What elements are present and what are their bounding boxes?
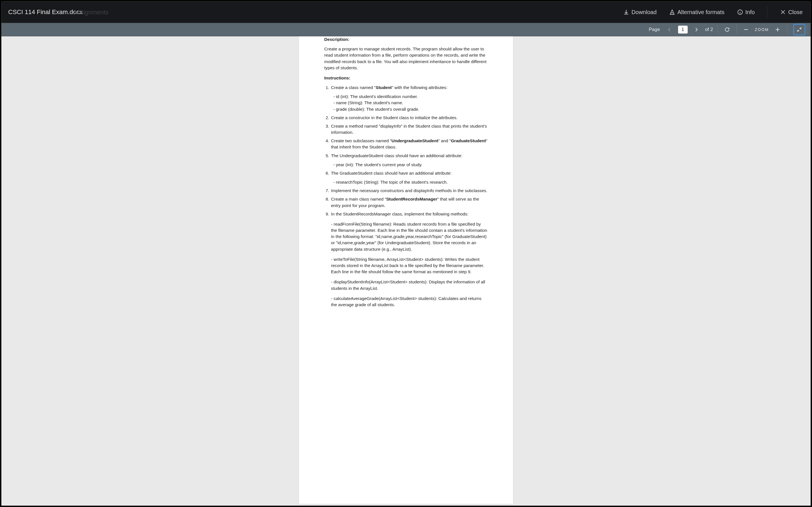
- close-button[interactable]: Close: [780, 9, 803, 15]
- alternative-formats-label: Alternative formats: [677, 9, 725, 15]
- instruction-item: Create two subclasses named "Undergradua…: [331, 138, 488, 150]
- sub-item: - grade (double): The student's overall …: [333, 106, 488, 112]
- instruction-item: Create a method named "displayInfo" in t…: [331, 123, 488, 135]
- sub-list: - researchTopic (String): The topic of t…: [333, 179, 488, 185]
- toolbar-controls: Page of 2 ZOOM: [644, 23, 807, 36]
- background-tab-label: Assignments: [73, 9, 109, 16]
- page-nav-group: Page of 2: [644, 23, 718, 36]
- exit-fullscreen-button[interactable]: [794, 24, 805, 35]
- description-heading: Description:: [324, 36, 488, 43]
- sub-list: - id (int): The student's identification…: [333, 94, 488, 112]
- method-item: - calculateAverageGrade(ArrayList<Studen…: [331, 295, 488, 308]
- text: " and ": [438, 138, 451, 143]
- text: Create a main class named ": [331, 196, 386, 202]
- next-page-button[interactable]: [692, 25, 701, 34]
- text: In the StudentRecordsManager class, impl…: [331, 212, 468, 216]
- zoom-out-button[interactable]: [741, 25, 751, 34]
- close-label: Close: [788, 9, 803, 15]
- rotate-button[interactable]: [722, 25, 732, 34]
- description-body: Create a program to manage student recor…: [324, 46, 488, 71]
- instruction-item: In the StudentRecordsManager class, impl…: [331, 211, 488, 308]
- text: The GraduateStudent class should have an…: [331, 171, 452, 175]
- document-stage[interactable]: Description: Create a program to manage …: [1, 36, 811, 506]
- info-label: Info: [746, 9, 755, 15]
- chevron-right-icon: [694, 27, 699, 33]
- alternative-formats-icon: [669, 9, 675, 15]
- fullscreen-group: [787, 23, 807, 36]
- text: Create a class named ": [331, 85, 375, 90]
- download-label: Download: [631, 9, 657, 15]
- method-item: - displayStudentInfo(ArrayList<Student> …: [331, 279, 488, 291]
- info-icon: [737, 9, 743, 15]
- rotate-group: [718, 23, 737, 36]
- instructions-list: Create a class named "Student" with the …: [324, 84, 488, 308]
- document-page: Description: Create a program to manage …: [299, 36, 513, 504]
- bold: StudentRecordsManager: [386, 196, 437, 202]
- instruction-item: Create a class named "Student" with the …: [331, 84, 488, 112]
- bold: GraduateStudent: [451, 138, 486, 143]
- toolbar-separator: [807, 25, 807, 34]
- zoom-in-button[interactable]: [773, 25, 782, 34]
- page-number-input[interactable]: [678, 25, 688, 34]
- topbar-actions: Download Alternative formats Info Close: [623, 6, 803, 18]
- plus-icon: [775, 27, 780, 33]
- instructions-heading: Instructions:: [324, 75, 488, 81]
- sub-item: - name (String): The student's name.: [333, 100, 488, 106]
- sub-list: - year (int): The student's current year…: [333, 162, 488, 168]
- prev-page-button[interactable]: [665, 25, 674, 34]
- info-button[interactable]: Info: [737, 9, 755, 15]
- topbar: CSCI 114 Final Exam.docx Assignments Dow…: [1, 1, 811, 23]
- bold: UndergraduateStudent: [392, 138, 439, 143]
- zoom-group: ZOOM: [737, 23, 787, 36]
- document-title: CSCI 114 Final Exam.docx: [8, 8, 83, 16]
- instruction-item: Create a constructor in the Student clas…: [331, 115, 488, 121]
- bold: Student: [375, 85, 392, 90]
- topbar-divider: [767, 6, 767, 18]
- page-total: of 2: [705, 27, 713, 33]
- sub-item: - year (int): The student's current year…: [333, 162, 488, 168]
- methods-list: - readFromFile(String filename): Reads s…: [331, 221, 488, 308]
- text: The UndergraduateStudent class should ha…: [331, 153, 462, 158]
- method-item: - readFromFile(String filename): Reads s…: [331, 221, 488, 252]
- sub-item: - id (int): The student's identification…: [333, 94, 488, 100]
- sub-item: - researchTopic (String): The topic of t…: [333, 179, 488, 185]
- method-item: - writeToFile(String filename, ArrayList…: [331, 256, 488, 275]
- viewer-toolbar: Page of 2 ZOOM: [1, 23, 811, 36]
- instruction-item: The GraduateStudent class should have an…: [331, 170, 488, 185]
- download-button[interactable]: Download: [623, 9, 657, 15]
- rotate-icon: [724, 27, 730, 33]
- zoom-label: ZOOM: [755, 27, 769, 32]
- document-viewer: CSCI 114 Final Exam.docx Assignments Dow…: [1, 1, 811, 506]
- collapse-icon: [797, 27, 802, 33]
- page-label: Page: [649, 27, 660, 33]
- instruction-item: Create a main class named "StudentRecord…: [331, 196, 488, 209]
- alternative-formats-button[interactable]: Alternative formats: [669, 9, 725, 15]
- download-icon: [623, 9, 629, 15]
- text: " with the following attributes:: [392, 85, 448, 90]
- minus-icon: [743, 27, 749, 33]
- instruction-item: Implement the necessary constructors and…: [331, 187, 488, 194]
- close-icon: [780, 9, 786, 15]
- text: Create two subclasses named ": [331, 138, 392, 143]
- chevron-left-icon: [666, 27, 672, 33]
- instruction-item: The UndergraduateStudent class should ha…: [331, 153, 488, 168]
